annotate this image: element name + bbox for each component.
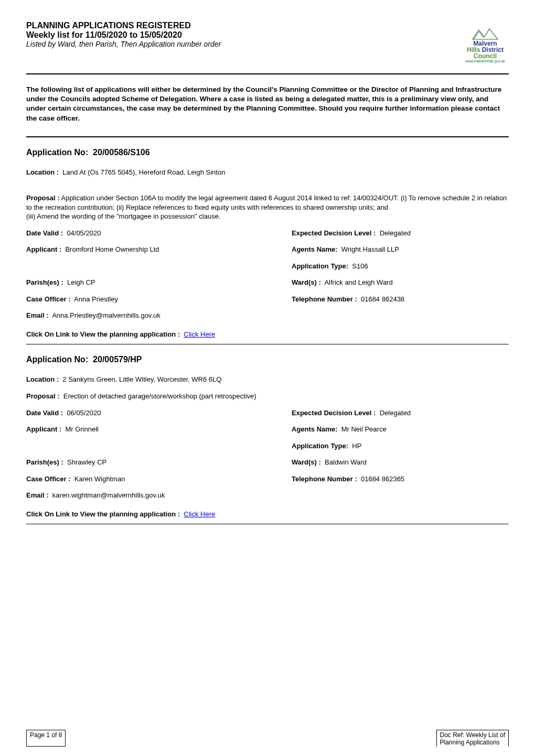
click-here-link[interactable]: Click Here [184,510,215,518]
agents-value: Wright Hassall LLP [341,245,399,253]
parish-label: Parish(es) : [26,458,63,466]
location-label: Location : [26,168,59,176]
proposal-value: Application under Section 106A to modify… [26,194,507,220]
tel-label: Telephone Number : [292,295,357,303]
officer-label: Case Officer : [26,475,71,483]
location-row: Location : Land At (Os 7765 5045), Heref… [26,168,509,177]
officer-tel-row: Case Officer : Karen Wightman Telephone … [26,474,509,484]
applicant-label: Applicant : [26,425,61,433]
agents-value: Mr Neil Pearce [341,425,387,433]
tel-value: 01684 862365 [361,475,404,483]
click-link-row: Click On Link to View the planning appli… [26,330,509,339]
click-link-label: Click On Link to View the planning appli… [26,510,180,518]
divider [26,524,509,524]
app-type-row: Application Type: S106 [26,262,509,271]
app-no-label: Application No: [26,355,88,364]
parish-ward-row: Parish(es) : Shrawley CP Ward(s) : Baldw… [26,458,509,467]
tel-label: Telephone Number : [292,475,357,483]
officer-value: Anna Priestley [74,295,118,303]
email-row: Email : Anna.Priestley@malvernhills.gov.… [26,311,509,320]
intro-text: The following list of applications will … [26,85,509,123]
officer-label: Case Officer : [26,295,71,303]
email-row: Email : karen.wightman@malvernhills.gov.… [26,491,509,500]
expected-value: Delegated [380,409,411,417]
header-title-1: PLANNING APPLICATIONS REGISTERED [26,21,221,30]
ward-value: Alfrick and Leigh Ward [324,278,392,286]
app-type-value: HP [352,442,361,450]
logo-council: Council [474,52,497,60]
officer-tel-row: Case Officer : Anna Priestley Telephone … [26,295,509,304]
parish-value: Shrawley CP [67,458,106,466]
parish-ward-row: Parish(es) : Leigh CP Ward(s) : Alfrick … [26,278,509,287]
header: PLANNING APPLICATIONS REGISTERED Weekly … [26,21,509,68]
email-value: karen.wightman@malvernhills.gov.uk [52,491,165,499]
applicant-agents-row: Applicant : Mr Grinnell Agents Name: Mr … [26,425,509,434]
logo-text: Malvern Hills District Council [467,40,504,59]
location-label: Location : [26,375,59,383]
proposal-value: Erection of detached garage/store/worksh… [63,392,256,400]
location-value: 2 Sankyns Green, Little Witley, Worceste… [62,375,221,383]
date-valid-label: Date Valid : [26,229,63,237]
click-here-link[interactable]: Click Here [184,330,215,338]
divider [26,344,509,344]
hills-icon [472,27,499,40]
application-block: Application No: 20/00579/HP Location : 2… [26,355,509,519]
parish-value: Leigh CP [67,278,95,286]
divider [26,136,509,137]
ward-label: Ward(s) : [292,458,321,466]
date-valid-value: 06/05/2020 [67,409,101,417]
doc-ref-line2: Planning Applications [440,739,500,746]
doc-ref-line1: Doc Ref: Weekly List of [440,731,506,739]
header-subtitle: Listed by Ward, then Parish, Then Applic… [26,40,221,48]
officer-value: Karen Wightman [74,475,125,483]
council-logo: Malvern Hills District Council www.malve… [462,21,509,68]
application-block: Application No: 20/00586/S106 Location :… [26,148,509,339]
page-number: Page 1 of 8 [26,730,66,747]
agents-label: Agents Name: [292,425,337,433]
tel-value: 01684 862438 [361,295,404,303]
header-title-2: Weekly list for 11/05/2020 to 15/05/2020 [26,30,221,40]
divider [26,73,509,74]
email-value: Anna.Priestley@malvernhills.gov.uk [52,311,160,319]
date-valid-value: 04/05/2020 [67,229,101,237]
location-value: Land At (Os 7765 5045), Hereford Road, L… [62,168,225,176]
logo-url: www.malvernhills.gov.uk [465,59,505,63]
applicant-label: Applicant : [26,245,61,253]
expected-label: Expected Decision Level : [292,229,376,237]
page: PLANNING APPLICATIONS REGISTERED Weekly … [0,0,535,756]
app-type-label: Application Type: [292,262,348,270]
proposal-row: Proposal : Erection of detached garage/s… [26,392,509,401]
click-link-row: Click On Link to View the planning appli… [26,510,509,519]
header-text: PLANNING APPLICATIONS REGISTERED Weekly … [26,21,221,48]
email-label: Email : [26,491,49,499]
proposal-label: Proposal : [26,194,60,202]
application-number-heading: Application No: 20/00586/S106 [26,148,509,157]
location-row: Location : 2 Sankyns Green, Little Witle… [26,375,509,384]
ward-value: Baldwin Ward [325,458,367,466]
agents-label: Agents Name: [292,245,337,253]
applicant-value: Bromford Home Ownership Ltd [65,245,159,253]
proposal-row: Proposal : Application under Section 106… [26,184,509,221]
date-expected-row: Date Valid : 06/05/2020 Expected Decisio… [26,408,509,418]
expected-label: Expected Decision Level : [292,409,376,417]
doc-ref: Doc Ref: Weekly List of Planning Applica… [436,730,509,747]
app-type-value: S106 [352,262,368,270]
proposal-label: Proposal : [26,392,60,400]
click-link-label: Click On Link to View the planning appli… [26,330,180,338]
app-no-value: 20/00586/S106 [93,148,150,157]
application-number-heading: Application No: 20/00579/HP [26,355,509,364]
footer: Page 1 of 8 Doc Ref: Weekly List of Plan… [26,730,509,747]
email-label: Email : [26,311,49,319]
ward-label: Ward(s) : [292,278,321,286]
parish-label: Parish(es) : [26,278,63,286]
app-type-row: Application Type: HP [26,441,509,451]
applicant-agents-row: Applicant : Bromford Home Ownership Ltd … [26,245,509,254]
expected-value: Delegated [380,229,411,237]
app-no-value: 20/00579/HP [93,355,142,364]
app-type-label: Application Type: [292,442,348,450]
date-expected-row: Date Valid : 04/05/2020 Expected Decisio… [26,229,509,238]
app-no-label: Application No: [26,148,88,157]
applicant-value: Mr Grinnell [65,425,99,433]
date-valid-label: Date Valid : [26,409,63,417]
